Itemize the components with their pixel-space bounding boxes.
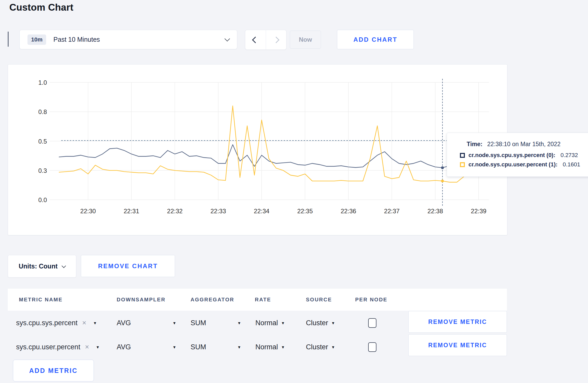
tooltip-metric-value: 0.1601 — [563, 161, 580, 168]
col-header-source: SOURCE — [306, 289, 332, 311]
x-tick-label: 22:32 — [167, 208, 183, 215]
rate-select[interactable]: Normal ▼ — [255, 343, 285, 351]
hover-point-dot — [441, 180, 444, 182]
time-range-label: Past 10 Minutes — [53, 36, 218, 43]
caret-down-icon: ▼ — [331, 345, 335, 349]
tooltip-series-row: cr.node.sys.cpu.user.percent (1): 0.1601 — [460, 161, 586, 168]
close-icon[interactable]: × — [85, 343, 89, 351]
page-title: Custom Chart — [9, 2, 73, 13]
metrics-table-header: METRIC NAME DOWNSAMPLER AGGREGATOR RATE … — [8, 289, 507, 311]
series-swatch-sys — [460, 153, 465, 158]
chevron-right-icon — [273, 37, 279, 43]
per-node-checkbox[interactable] — [368, 318, 376, 328]
y-tick-label: 0.8 — [38, 108, 47, 115]
chart-canvas[interactable]: 1.00.80.50.30.022:3022:3122:3222:3322:34… — [8, 65, 507, 235]
tooltip-time-value: 22:38:10 on Mar 15th, 2022 — [487, 141, 561, 147]
metric-name-label: sys.cpu.user.percent — [16, 343, 80, 351]
caret-down-icon: ▼ — [331, 321, 335, 325]
prev-time-button[interactable] — [245, 30, 266, 49]
caret-down-icon: ▼ — [237, 345, 241, 349]
per-node-cell — [368, 318, 376, 328]
tooltip-metric-label: cr.node.sys.cpu.sys.percent (0): — [468, 152, 555, 159]
y-tick-label: 0.3 — [38, 167, 47, 174]
tooltip-metric-label: cr.node.sys.cpu.user.percent (1): — [468, 161, 558, 168]
aggregator-value: SUM — [191, 343, 206, 351]
x-tick-label: 22:39 — [471, 208, 486, 215]
downsampler-value: AVG — [117, 343, 131, 351]
metric-name-dropdown[interactable]: sys.cpu.user.percent × ▼ — [16, 343, 100, 351]
x-tick-label: 22:31 — [124, 208, 139, 215]
per-node-cell — [368, 342, 376, 352]
caret-down-icon: ▼ — [237, 321, 241, 325]
add-metric-button[interactable]: ADD METRIC — [13, 360, 94, 381]
caret-down-icon: ▼ — [172, 345, 176, 349]
tooltip-time-row: Time: 22:38:10 on Mar 15th, 2022 — [467, 141, 586, 148]
per-node-checkbox[interactable] — [368, 342, 376, 352]
units-dropdown[interactable]: Units: Count — [8, 255, 76, 278]
tooltip-time-label: Time: — [467, 141, 482, 147]
metric-name-label: sys.cpu.sys.percent — [16, 319, 78, 327]
add-chart-button[interactable]: ADD CHART — [337, 30, 414, 49]
aggregator-select[interactable]: SUM ▼ — [191, 319, 241, 327]
series-line — [59, 145, 486, 168]
tooltip-metric-value: 0.2732 — [561, 152, 578, 159]
y-tick-label: 1.0 — [38, 79, 47, 86]
hover-point-dot — [441, 166, 444, 169]
caret-down-icon: ▼ — [96, 345, 100, 349]
tooltip-series-row: cr.node.sys.cpu.sys.percent (0): 0.2732 — [460, 152, 586, 159]
y-tick-label: 0.5 — [38, 138, 47, 145]
units-label: Units: Count — [19, 263, 58, 270]
remove-chart-button[interactable]: REMOVE CHART — [81, 255, 175, 277]
caret-down-icon: ▼ — [93, 321, 97, 325]
col-header-aggregator: AGGREGATOR — [191, 289, 234, 311]
next-time-button[interactable] — [266, 30, 286, 49]
rate-value: Normal — [255, 319, 278, 327]
x-tick-label: 22:38 — [428, 208, 443, 215]
col-header-rate: RATE — [255, 289, 271, 311]
chevron-down-icon — [225, 36, 230, 41]
time-pager — [245, 30, 286, 50]
chart-tooltip: Time: 22:38:10 on Mar 15th, 2022 cr.node… — [447, 133, 588, 177]
downsampler-select[interactable]: AVG ▼ — [117, 343, 176, 351]
caret-down-icon: ▼ — [281, 345, 285, 349]
source-value: Cluster — [306, 319, 328, 327]
x-tick-label: 22:35 — [297, 208, 313, 215]
source-value: Cluster — [306, 343, 328, 351]
rate-select[interactable]: Normal ▼ — [255, 319, 285, 327]
source-select[interactable]: Cluster ▼ — [306, 343, 335, 351]
x-tick-label: 22:33 — [211, 208, 226, 215]
x-tick-label: 22:36 — [341, 208, 356, 215]
source-select[interactable]: Cluster ▼ — [306, 319, 335, 327]
caret-down-icon: ▼ — [172, 321, 176, 325]
now-button[interactable]: Now — [290, 31, 321, 49]
series-swatch-user — [460, 162, 465, 167]
rate-value: Normal — [255, 343, 278, 351]
downsampler-value: AVG — [117, 319, 131, 327]
chart-card: 1.00.80.50.30.022:3022:3122:3222:3322:34… — [8, 64, 507, 235]
time-range-dropdown[interactable]: 10m Past 10 Minutes — [19, 30, 237, 49]
remove-metric-button[interactable]: REMOVE METRIC — [408, 311, 507, 333]
downsampler-select[interactable]: AVG ▼ — [117, 319, 176, 327]
metric-name-dropdown[interactable]: sys.cpu.sys.percent × ▼ — [16, 319, 97, 327]
col-header-metric-name: METRIC NAME — [19, 289, 63, 311]
chevron-left-icon — [252, 37, 259, 43]
aggregator-select[interactable]: SUM ▼ — [191, 343, 241, 351]
x-tick-label: 22:34 — [254, 208, 269, 215]
col-header-per-node: PER NODE — [355, 289, 387, 311]
x-tick-label: 22:30 — [80, 208, 96, 215]
caret-down-icon: ▼ — [281, 321, 285, 325]
series-line — [59, 106, 486, 182]
close-icon[interactable]: × — [82, 319, 86, 327]
x-tick-label: 22:37 — [384, 208, 400, 215]
y-tick-label: 0.0 — [38, 196, 47, 203]
remove-metric-button[interactable]: REMOVE METRIC — [408, 334, 507, 356]
toolbar-left-divider — [8, 32, 9, 47]
col-header-downsampler: DOWNSAMPLER — [117, 289, 166, 311]
aggregator-value: SUM — [191, 319, 206, 327]
time-range-badge: 10m — [27, 34, 46, 45]
chevron-down-icon — [61, 264, 66, 268]
